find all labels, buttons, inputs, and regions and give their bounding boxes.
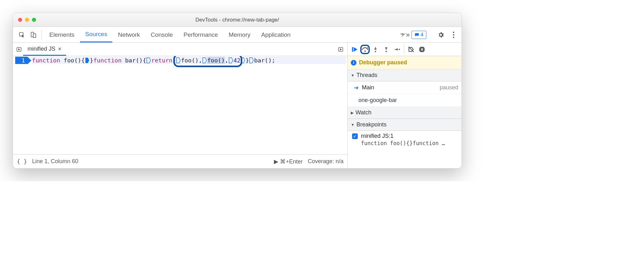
info-icon: i — [351, 60, 356, 66]
svg-rect-10 — [352, 47, 353, 52]
line-number[interactable]: 1 — [15, 57, 28, 64]
expand-icon: ▼ — [351, 73, 355, 78]
issues-badge[interactable]: 4 — [412, 31, 426, 39]
breakpoint-item[interactable]: ✓ minified JS:1 function foo(){}function… — [348, 131, 461, 150]
kebab-menu-icon[interactable] — [448, 29, 459, 40]
issues-count: 4 — [421, 32, 424, 38]
svg-point-14 — [386, 51, 387, 52]
settings-gear-icon[interactable] — [436, 29, 446, 40]
current-thread-icon: ➔ — [354, 84, 359, 91]
svg-point-4 — [453, 34, 454, 35]
banner-text: Debugger paused — [359, 59, 407, 66]
deactivate-breakpoints-button[interactable] — [406, 44, 416, 54]
run-snippet-hint: ▶ ⌘+Enter — [274, 158, 303, 165]
window-title: DevTools - chrome://new-tab-page/ — [13, 17, 461, 23]
panel-tabs: Elements Sources Network Console Perform… — [44, 27, 399, 42]
window-titlebar: DevTools - chrome://new-tab-page/ — [13, 13, 461, 27]
breakpoint-snippet: function foo(){}function … — [352, 139, 458, 146]
code-line: function foo(){}function bar(){return fo… — [32, 57, 346, 64]
inspect-element-icon[interactable] — [16, 27, 28, 42]
svg-point-15 — [399, 48, 400, 50]
svg-marker-9 — [340, 48, 342, 50]
collapse-icon: ▶ — [351, 111, 354, 115]
step-marker-icon — [249, 57, 254, 63]
tab-performance[interactable]: Performance — [178, 27, 223, 42]
svg-point-5 — [453, 36, 454, 38]
file-tab-label: minified JS — [28, 46, 55, 52]
svg-marker-11 — [354, 47, 357, 52]
step-over-button[interactable] — [361, 44, 369, 54]
coverage-label: Coverage: n/a — [308, 158, 344, 165]
step-marker-icon — [176, 57, 181, 63]
threads-section-header[interactable]: ▼ Threads — [348, 69, 461, 81]
watch-section-header[interactable]: ▶ Watch — [348, 107, 461, 119]
step-out-button[interactable] — [381, 44, 391, 54]
device-toolbar-icon[interactable] — [28, 27, 39, 42]
step-button[interactable] — [392, 44, 402, 54]
close-file-tab-icon[interactable]: × — [58, 45, 62, 53]
main-toolbar: Elements Sources Network Console Perform… — [13, 27, 461, 43]
breakpoint-checkbox[interactable]: ✓ — [352, 133, 358, 139]
expand-icon: ▼ — [351, 123, 355, 127]
svg-marker-7 — [19, 48, 20, 50]
step-marker-icon — [241, 57, 245, 63]
toggle-navigator-icon[interactable] — [15, 47, 23, 52]
resume-button[interactable] — [350, 44, 360, 54]
more-tabs-icon[interactable]: » — [399, 29, 410, 40]
file-tab-bar: minified JS × — [13, 43, 347, 56]
thread-other[interactable]: one-google-bar — [348, 94, 461, 107]
tab-sources[interactable]: Sources — [80, 27, 112, 42]
step-over-highlight — [360, 45, 370, 54]
thread-status: paused — [440, 84, 458, 91]
more-files-icon[interactable] — [337, 47, 345, 52]
step-into-button[interactable] — [370, 44, 381, 54]
breakpoint-label: minified JS:1 — [361, 133, 393, 139]
tab-network[interactable]: Network — [113, 27, 145, 42]
svg-rect-17 — [422, 48, 423, 50]
devtools-window: DevTools - chrome://new-tab-page/ Elemen… — [13, 13, 462, 169]
sources-body: minified JS × 1 function foo(){}function… — [13, 43, 461, 168]
svg-point-13 — [375, 51, 376, 52]
debugger-paused-banner: i Debugger paused — [348, 56, 461, 69]
step-marker-icon — [202, 57, 207, 63]
svg-rect-16 — [421, 48, 422, 50]
tab-console[interactable]: Console — [146, 27, 178, 42]
step-marker-icon — [229, 57, 233, 63]
debugger-toolbar — [348, 43, 461, 56]
pretty-print-icon[interactable]: { } — [17, 158, 27, 165]
pause-on-exceptions-button[interactable] — [417, 44, 427, 54]
tab-application[interactable]: Application — [256, 27, 296, 42]
thread-main[interactable]: ➔ Main paused — [348, 81, 461, 94]
step-marker-icon — [146, 57, 151, 63]
debugger-pane: i Debugger paused ▼ Threads ➔ Main pause… — [348, 43, 461, 168]
svg-point-3 — [453, 31, 454, 33]
tab-memory[interactable]: Memory — [224, 27, 256, 42]
svg-rect-2 — [33, 34, 36, 37]
svg-point-12 — [364, 50, 366, 52]
editor-pane: minified JS × 1 function foo(){}function… — [13, 43, 348, 168]
file-tab[interactable]: minified JS × — [23, 43, 66, 56]
editor-status-bar: { } Line 1, Column 60 ▶ ⌘+Enter Coverage… — [13, 154, 347, 168]
breakpoint-marker-icon — [85, 57, 90, 63]
cursor-position: Line 1, Column 60 — [32, 158, 78, 165]
tab-elements[interactable]: Elements — [44, 27, 79, 42]
code-editor[interactable]: 1 function foo(){}function bar(){return … — [13, 56, 347, 154]
breakpoints-section-header[interactable]: ▼ Breakpoints — [348, 119, 461, 131]
